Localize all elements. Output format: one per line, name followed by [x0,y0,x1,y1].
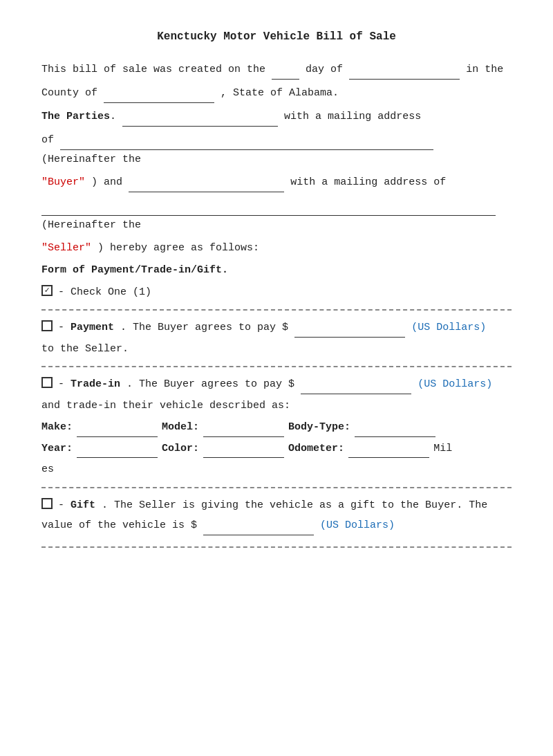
seller-label: "Seller" [41,242,91,254]
seller-post: ) hereby agree as follows: [97,242,259,254]
tradein-section: - Trade-in . The Buyer agrees to pay $ (… [41,376,512,479]
parties-of: of [41,134,54,146]
miles-label: Mil [433,440,452,458]
make-label: Make: [41,418,73,436]
buyer-address-field[interactable] [41,196,496,216]
gift-value-line: value of the vehicle is $ (US Dollars) [41,517,512,535]
parties-address-field[interactable] [60,131,433,150]
buyer-mid: with a mailing address of [290,176,446,188]
odometer-label: Odometer: [288,440,344,458]
model-field[interactable] [203,418,284,437]
payment-text-pre: . The Buyer agrees to pay $ [120,322,288,333]
dashed-divider-4 [41,546,512,548]
tradein-post: and trade-in their vehicle described as: [41,397,512,415]
buyer-and: ) and [91,176,122,188]
parties-label: The Parties [41,111,110,122]
payment-dash: - [58,322,71,333]
intro-day-blank [272,64,306,75]
parties-mid: with a mailing address [284,111,421,122]
check-one-checkbox[interactable] [41,285,53,296]
gift-dash: - [58,499,71,511]
county-field[interactable] [104,84,214,103]
intro-paragraph: This bill of sale was created on the day… [41,60,512,80]
vehicle-row-2: Year: Color: Odometer: Mil [41,440,512,459]
tradein-amount-field[interactable] [301,376,411,394]
make-field[interactable] [77,418,158,437]
seller-line: "Seller" ) hereby agree as follows: [41,239,512,257]
county-text: County of [41,87,97,99]
intro-in-the: in the [466,64,503,75]
gift-amount-field[interactable] [203,517,314,535]
year-label: Year: [41,440,73,458]
parties-name-field[interactable] [122,107,278,127]
model-label: Model: [162,418,199,436]
parties-period: . [110,111,122,122]
buyer-label: "Buyer" [41,176,85,188]
month-field[interactable] [349,60,460,80]
payment-to-seller: to the Seller. [41,340,512,358]
year-field[interactable] [77,440,158,459]
color-label: Color: [162,440,199,458]
tradein-text: - Trade-in . The Buyer agrees to pay $ (… [58,376,492,394]
gift-text: - Gift . The Seller is giving the vehicl… [58,497,487,515]
odometer-field[interactable] [348,440,429,459]
document-container: Kenctucky Motor Vehicle Bill of Sale Thi… [0,0,553,756]
vehicle-row-1: Make: Model: Body-Type: [41,418,512,437]
dashed-divider-3 [41,487,512,488]
payment-section: - Payment . The Buyer agrees to pay $ (U… [41,319,512,358]
buyer-line: "Buyer" ) and with a mailing address of [41,173,512,192]
intro-month-blank [349,64,466,75]
gift-checkbox[interactable] [41,498,53,509]
color-field[interactable] [203,440,284,459]
intro-day-of: day of [306,64,343,75]
tradein-checkbox[interactable] [41,377,53,388]
bodytype-field[interactable] [355,418,435,437]
parties-paragraph: The Parties. with a mailing address [41,107,512,127]
county-blank [104,87,214,99]
payment-heading: Form of Payment/Trade-in/Gift. [41,261,512,279]
buyer-address-line: (Hereinafter the [41,196,512,234]
tradein-label: Trade-in [71,378,120,390]
miles-continuation: es [41,461,512,479]
payment-us-dollars: (US Dollars) [411,322,486,333]
parties-hereinafter1: (Hereinafter the [41,154,141,165]
state-text: , State of Alabama. [221,87,339,99]
payment-text: - Payment . The Buyer agrees to pay $ (U… [58,319,486,338]
gift-text1: . The Seller is giving the vehicle as a … [102,499,487,511]
buyer-hereinafter2: (Hereinafter the [41,219,141,231]
gift-section: - Gift . The Seller is giving the vehicl… [41,497,512,535]
check-one-label: - Check One (1) [58,284,151,302]
tradein-row: - Trade-in . The Buyer agrees to pay $ (… [41,376,512,394]
payment-amount-field[interactable] [294,319,405,338]
payment-row: - Payment . The Buyer agrees to pay $ (U… [41,319,512,338]
bodytype-label: Body-Type: [288,418,350,436]
check-one-row: - Check One (1) [41,284,512,302]
county-paragraph: County of , State of Alabama. [41,84,512,103]
dashed-divider-2 [41,366,512,367]
day-field[interactable] [272,60,299,80]
tradein-text-pre: . The Buyer agrees to pay $ [126,378,294,390]
tradein-dash: - [58,378,71,390]
document-title: Kenctucky Motor Vehicle Bill of Sale [41,28,512,46]
gift-row: - Gift . The Seller is giving the vehicl… [41,497,512,515]
gift-label: Gift [71,499,95,511]
payment-label: Payment [71,322,114,333]
gift-us-dollars: (US Dollars) [320,519,395,531]
parties-address-line: of (Hereinafter the [41,131,512,169]
gift-value-pre: value of the vehicle is $ [41,519,197,531]
intro-text-1: This bill of sale was created on the [41,64,265,75]
buyer-name-field[interactable] [129,173,284,192]
dashed-divider-1 [41,309,512,311]
tradein-us-dollars: (US Dollars) [418,378,492,390]
payment-checkbox[interactable] [41,320,53,331]
